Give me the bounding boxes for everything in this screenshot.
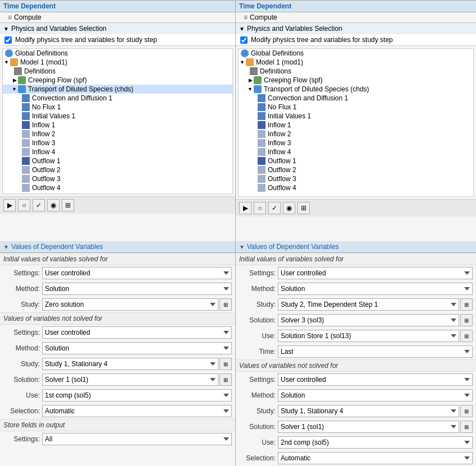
left-values-title: Values of Dependent Variables: [11, 243, 103, 251]
tree-item-inflow2[interactable]: Inflow 2: [3, 130, 232, 139]
right-use-select[interactable]: Solution Store 1 (sol13): [278, 330, 459, 342]
right-solution-select[interactable]: Solver 3 (sol3): [278, 314, 459, 326]
right-solution2-btn[interactable]: ⊞: [460, 421, 473, 433]
tree-item-initval[interactable]: Initial Values 1: [3, 112, 232, 121]
r-outflow4-icon: [258, 184, 266, 192]
r-tree-item-convection[interactable]: Convection and Diffusion 1: [239, 94, 473, 103]
right-solution2-select[interactable]: Solver 1 (sol1): [278, 421, 459, 433]
right-use-row: Use: Solution Store 1 (sol13) ⊞: [236, 328, 476, 344]
right-method2-select[interactable]: Solution: [278, 389, 473, 402]
toolbar-btn3-right[interactable]: ✓: [268, 202, 281, 214]
tree-item-model[interactable]: ▼ Model 1 (mod1): [3, 58, 232, 67]
left-solution-btn[interactable]: ⊞: [219, 373, 232, 386]
left-study2-btn[interactable]: ⊞: [219, 358, 232, 370]
right-study-btn[interactable]: ⊞: [460, 298, 473, 311]
r-tree-item-definitions[interactable]: Definitions: [239, 67, 473, 76]
left-checkbox[interactable]: [4, 36, 12, 44]
right-study2-label: Study:: [239, 407, 276, 415]
tree-item-outflow3[interactable]: Outflow 3: [3, 174, 232, 183]
r-tree-item-inflow2[interactable]: Inflow 2: [239, 130, 473, 139]
right-initial-group-label: Initial values of variables solved for: [236, 253, 476, 265]
left-physics-header[interactable]: ▼ Physics and Variables Selection: [0, 23, 235, 34]
right-method-select[interactable]: Solution: [278, 283, 473, 295]
tree-item-outflow1[interactable]: Outflow 1: [3, 156, 232, 165]
right-solution-btn[interactable]: ⊞: [460, 314, 473, 326]
right-settings-row: Settings: User controlled: [236, 265, 476, 281]
tree-item-inflow4[interactable]: Inflow 4: [3, 147, 232, 156]
toolbar-btn1-right[interactable]: ▶: [239, 202, 251, 214]
right-time-select[interactable]: Last: [278, 345, 473, 358]
left-selection-select[interactable]: Automatic: [42, 405, 232, 417]
toolbar-btn3-left[interactable]: ✓: [33, 199, 45, 211]
toolbar-btn4-right[interactable]: ◉: [283, 202, 295, 214]
left-settings-select[interactable]: User controlled: [42, 267, 232, 279]
outflow2-icon-left: [22, 166, 30, 174]
right-tree-container: Global Definitions ▼ Model 1 (mod1) Defi…: [238, 48, 474, 197]
right-use-btn[interactable]: ⊞: [460, 330, 473, 342]
r-cf-expand-icon: ▶: [249, 77, 253, 83]
toolbar-btn5-right[interactable]: ⊞: [298, 202, 310, 214]
right-selection2-select[interactable]: Automatic: [278, 452, 473, 464]
outflow1-icon-left: [22, 157, 30, 165]
outflow4-icon-left: [22, 184, 30, 192]
left-study2-select[interactable]: Study 1, Stationary 4: [42, 358, 218, 370]
r-tree-item-global[interactable]: Global Definitions: [239, 49, 473, 58]
tree-item-definitions[interactable]: Definitions: [3, 67, 232, 76]
r-tree-item-outflow3[interactable]: Outflow 3: [239, 174, 473, 183]
right-use2-select[interactable]: 2nd comp (sol5): [278, 436, 473, 449]
left-store-label: Store fields in output: [0, 419, 235, 431]
r-tree-item-outflow2[interactable]: Outflow 2: [239, 165, 473, 174]
left-study-select[interactable]: Zero solution: [42, 298, 218, 311]
r-outflow2-icon: [258, 166, 266, 174]
toolbar-btn4-left[interactable]: ◉: [47, 199, 60, 211]
right-physics-header[interactable]: ▼ Physics and Variables Selection: [236, 23, 476, 34]
r-tree-item-inflow3[interactable]: Inflow 3: [239, 139, 473, 147]
tree-item-noflux[interactable]: No Flux 1: [3, 103, 232, 112]
tree-item-outflow4[interactable]: Outflow 4: [3, 183, 232, 192]
toolbar-btn2-left[interactable]: ○: [18, 199, 30, 211]
toolbar-btn5-left[interactable]: ⊞: [62, 199, 74, 211]
r-inflow1-icon: [258, 121, 266, 129]
tree-item-global[interactable]: Global Definitions: [3, 49, 232, 58]
r-tree-item-noflux[interactable]: No Flux 1: [239, 103, 473, 112]
tree-label-inflow4-left: Inflow 4: [32, 148, 55, 156]
right-method-row: Method: Solution: [236, 281, 476, 297]
tree-item-convection[interactable]: Convection and Diffusion 1: [3, 94, 232, 103]
toolbar-btn2-right[interactable]: ○: [254, 202, 266, 214]
right-time-label: Time:: [239, 348, 276, 356]
tree-item-outflow2[interactable]: Outflow 2: [3, 165, 232, 174]
globe-icon-right: [241, 49, 249, 57]
right-selection2-wrapper: Automatic: [278, 452, 473, 464]
toolbar-btn1-left[interactable]: ▶: [3, 199, 16, 211]
r-tree-item-inflow1[interactable]: Inflow 1: [239, 121, 473, 130]
left-settings-wrapper: User controlled: [42, 267, 232, 279]
r-tree-item-transport[interactable]: ▼ Transport of Diluted Species (chds): [239, 85, 473, 94]
r-tree-item-creeping-flow[interactable]: ▶ Creeping Flow (spf): [239, 76, 473, 85]
r-tree-item-inflow4[interactable]: Inflow 4: [239, 147, 473, 156]
tree-item-inflow1[interactable]: Inflow 1: [3, 121, 232, 130]
right-study-row: Study: Study 2, Time Dependent Step 1 ⊞: [236, 297, 476, 312]
left-method-select[interactable]: Solution: [42, 283, 232, 295]
tree-item-transport[interactable]: ▼ Transport of Diluted Species (chds): [3, 85, 232, 94]
r-tree-item-outflow4[interactable]: Outflow 4: [239, 183, 473, 192]
tree-item-inflow3[interactable]: Inflow 3: [3, 139, 232, 147]
left-solution-select[interactable]: Solver 1 (sol1): [42, 373, 218, 386]
left-method2-select[interactable]: Solution: [42, 342, 232, 354]
right-settings-select[interactable]: User controlled: [278, 267, 473, 279]
left-settings2-select[interactable]: User controlled: [42, 326, 232, 339]
left-use-select[interactable]: 1st comp (sol5): [42, 389, 232, 402]
right-settings2-select[interactable]: User controlled: [278, 373, 473, 386]
r-tree-label-inflow4: Inflow 4: [268, 148, 291, 156]
left-physics-arrow: ▼: [3, 26, 9, 32]
r-tree-item-outflow1[interactable]: Outflow 1: [239, 156, 473, 165]
right-study2-select[interactable]: Study 1, Stationary 4: [278, 405, 459, 417]
right-checkbox[interactable]: [240, 36, 248, 44]
compute-icon-right: ≡: [244, 13, 248, 21]
right-study-select[interactable]: Study 2, Time Dependent Step 1: [278, 298, 459, 311]
r-tree-item-initval[interactable]: Initial Values 1: [239, 112, 473, 121]
r-tree-item-model[interactable]: ▼ Model 1 (mod1): [239, 58, 473, 67]
left-store-settings-select[interactable]: All: [42, 433, 232, 445]
left-study-btn[interactable]: ⊞: [219, 298, 232, 311]
tree-item-creeping-flow[interactable]: ▶ Creeping Flow (spf): [3, 76, 232, 85]
right-study2-btn[interactable]: ⊞: [460, 405, 473, 417]
